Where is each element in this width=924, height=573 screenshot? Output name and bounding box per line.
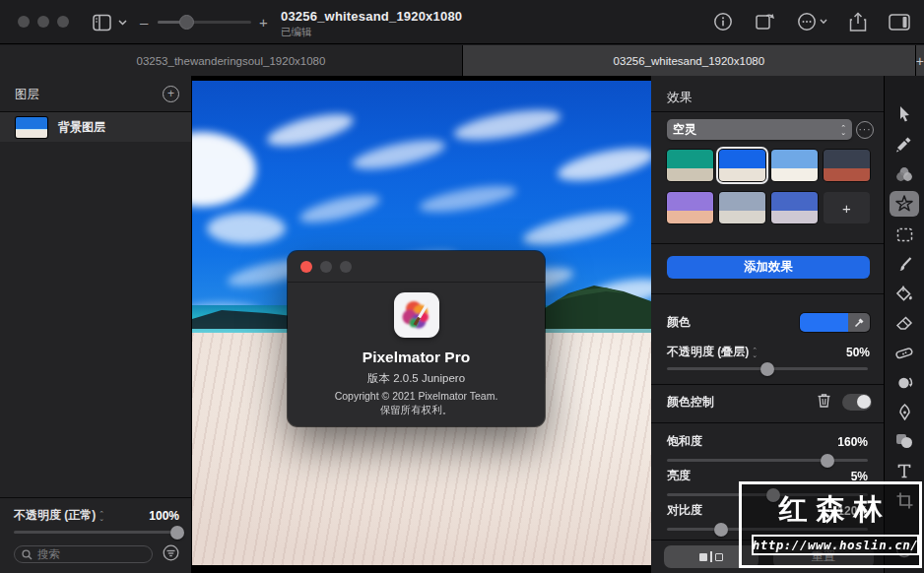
- circles-icon: [895, 166, 913, 182]
- style-brush-icon: [895, 136, 913, 153]
- pen-nib-icon: [897, 404, 912, 420]
- share-button[interactable]: [849, 12, 867, 32]
- shapes-icon: [895, 433, 913, 449]
- more-circle-icon: [797, 12, 817, 32]
- layer-filter-button[interactable]: [163, 544, 179, 565]
- zoom-out-button[interactable]: –: [140, 14, 148, 31]
- layer-search-input[interactable]: 搜索: [14, 545, 153, 563]
- toggle-knob: [857, 395, 871, 409]
- overlay-opacity-slider[interactable]: [667, 367, 868, 370]
- about-copyright: Copyright © 2021 Pixelmator Team.: [288, 390, 545, 402]
- saturation-knob[interactable]: [821, 454, 834, 468]
- document-title: 03256_whitesand_1920x1080: [281, 9, 462, 24]
- search-placeholder: 搜索: [37, 547, 60, 562]
- document-title-block: 03256_whitesand_1920x1080 已编辑: [281, 9, 462, 39]
- info-button[interactable]: [713, 12, 733, 32]
- window-controls: [18, 16, 69, 28]
- color-adjustments-tool[interactable]: [890, 161, 919, 187]
- color-controls-label: 颜色控制: [667, 394, 714, 411]
- zoom-in-button[interactable]: +: [259, 14, 268, 31]
- layers-title: 图层: [15, 87, 39, 103]
- add-layer-button[interactable]: +: [163, 86, 179, 102]
- layers-header: 图层 +: [0, 76, 191, 112]
- bandage-icon: [895, 346, 913, 360]
- layer-thumbnail: [16, 117, 47, 138]
- selection-tool[interactable]: [890, 222, 919, 247]
- zoom-slider[interactable]: [158, 21, 251, 24]
- contrast-knob[interactable]: [714, 523, 728, 537]
- delete-effect-button[interactable]: [818, 393, 830, 411]
- arrange-tool[interactable]: [890, 100, 919, 126]
- layer-opacity-knob[interactable]: [170, 526, 184, 540]
- saturation-slider[interactable]: [667, 459, 868, 462]
- brightness-label: 亮度: [667, 468, 691, 484]
- dialog-close-button[interactable]: [300, 261, 312, 273]
- preset-thumbnail[interactable]: [719, 192, 765, 223]
- overlay-opacity-knob[interactable]: [760, 362, 774, 376]
- preset-group-value: 空灵: [673, 121, 696, 138]
- contrast-label: 对比度: [667, 502, 702, 519]
- erase-tool[interactable]: [890, 310, 919, 336]
- preset-thumbnail[interactable]: [667, 192, 713, 223]
- tab-bar: 03253_thewanderingsoul_1920x1080 03256_w…: [0, 45, 924, 76]
- toggle-sidebar-button[interactable]: [889, 14, 910, 31]
- zoom-slider-knob[interactable]: [179, 15, 194, 30]
- more-options-button[interactable]: [797, 12, 827, 32]
- effects-tool[interactable]: [890, 191, 919, 217]
- eraser-icon: [895, 316, 913, 331]
- new-tab-button[interactable]: +: [916, 45, 924, 76]
- pixelmator-window: – + 03256_whitesand_1920x1080 已编辑: [0, 0, 924, 573]
- color-well[interactable]: [800, 313, 870, 332]
- clone-stamp-icon: [895, 374, 913, 391]
- blend-mode-stepper[interactable]: ⌃⌄: [99, 511, 104, 521]
- close-window-button[interactable]: [18, 16, 30, 28]
- retouch-tool[interactable]: [890, 340, 919, 365]
- preset-options-button[interactable]: ···: [856, 121, 874, 139]
- saturation-control: 饱和度 160%: [667, 433, 868, 462]
- shapes-tool[interactable]: [890, 428, 919, 454]
- layer-opacity-slider[interactable]: [14, 531, 177, 534]
- color-swatch[interactable]: [800, 313, 848, 332]
- tab-thewanderingsoul[interactable]: 03253_thewanderingsoul_1920x1080: [0, 45, 463, 76]
- preset-thumbnail[interactable]: [771, 192, 818, 223]
- add-preset-button[interactable]: +: [824, 192, 870, 223]
- clone-tool[interactable]: [890, 369, 919, 395]
- color-label: 颜色: [667, 314, 691, 331]
- filter-icon: [163, 544, 179, 561]
- canvas-area[interactable]: Pixelmator Pro 版本 2.0.5 Junipero Copyrig…: [192, 76, 651, 573]
- eyedropper-icon: [854, 317, 865, 328]
- layer-opacity-value: 100%: [149, 509, 179, 523]
- watermark-url-box: http://www.hoslin.cn/: [752, 535, 919, 555]
- layers-panel: 图层 + 背景图层 不透明度 (正常) ⌃⌄ 100%: [0, 76, 192, 573]
- eyedropper-button[interactable]: [848, 313, 870, 332]
- tab-whitesand[interactable]: 03256_whitesand_1920x1080: [463, 45, 916, 76]
- effects-star-icon: [895, 195, 913, 213]
- minimize-window-button[interactable]: [37, 16, 49, 28]
- dialog-window-controls: [300, 261, 352, 273]
- document-status: 已编辑: [281, 26, 462, 39]
- preset-thumbnail[interactable]: [771, 150, 818, 181]
- search-icon: [22, 549, 33, 560]
- fill-tool[interactable]: [890, 281, 919, 306]
- layer-name: 背景图层: [58, 119, 105, 136]
- overlay-blend-stepper[interactable]: ⌃⌄: [752, 348, 758, 357]
- type-tool[interactable]: [890, 458, 919, 483]
- about-app-name: Pixelmator Pro: [288, 349, 545, 366]
- rotate-button[interactable]: [755, 12, 775, 32]
- color-controls-toggle[interactable]: [842, 394, 872, 411]
- layer-row-background[interactable]: 背景图层: [0, 112, 191, 142]
- view-options-button[interactable]: [91, 11, 128, 34]
- zoom-window-button[interactable]: [57, 16, 69, 28]
- compare-icon-outline: [715, 553, 723, 561]
- watermark-title: 红森林: [742, 490, 919, 530]
- paint-tool[interactable]: [890, 251, 919, 277]
- preset-grid: +: [667, 150, 870, 223]
- preset-thumbnail[interactable]: [667, 150, 713, 181]
- style-tool[interactable]: [890, 131, 919, 157]
- pen-tool[interactable]: [890, 399, 919, 424]
- preset-thumbnail[interactable]: [824, 150, 870, 181]
- add-effect-button[interactable]: 添加效果: [667, 256, 870, 279]
- preset-group-dropdown[interactable]: 空灵 ⌃⌄: [667, 119, 852, 140]
- preset-thumbnail-selected[interactable]: [719, 150, 765, 181]
- about-dialog: Pixelmator Pro 版本 2.0.5 Junipero Copyrig…: [288, 251, 545, 426]
